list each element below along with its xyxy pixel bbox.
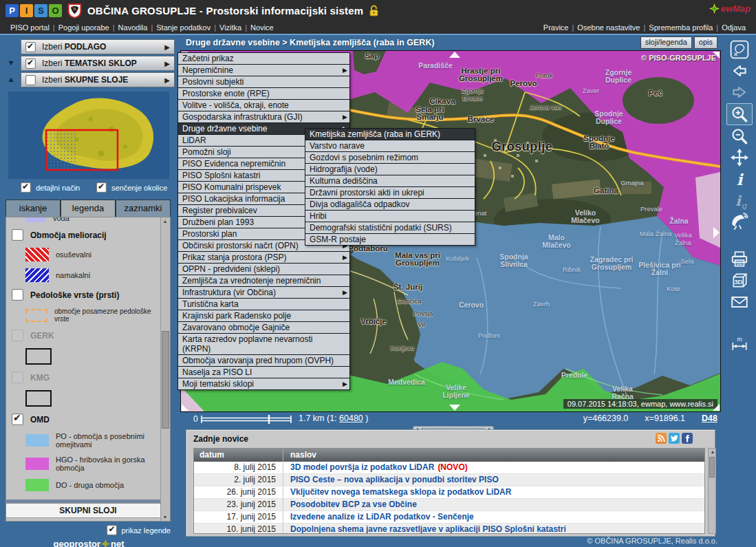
submenu-item-kmetijska-zemlji-a-raba-in-gerk[interactable]: Kmetijska zemljišča (raba in GERK) [305,129,475,140]
news-link[interactable]: Izvedene analize iz LiDAR podatkov - Sen… [283,511,704,523]
tab-legenda[interactable]: legenda [61,200,116,218]
legend-scroll-thumb[interactable] [162,331,169,429]
overview-map[interactable] [8,92,169,179]
accordion-checkbox[interactable] [25,58,36,69]
accordion-button-tematski-sklop[interactable]: Izberi TEMATSKI SKLOP▶ [21,56,175,71]
nav-link-piso-portal[interactable]: PISO portal [10,23,50,32]
accordion-button-podlago[interactable]: Izberi PODLAGO▶ [21,39,175,54]
collapse-arrow-icon[interactable]: ▲ [4,75,18,83]
menu-item-krajinski-park-radensko-polje[interactable]: Krajinski park Radensko polje [177,310,350,322]
layers-legend-button[interactable]: sloji/legenda [640,36,692,49]
submenu-item-hidrografija-vode[interactable]: Hidrografija (vode) [305,164,475,175]
tool-pan-button[interactable] [727,147,752,168]
pan-northeast-arrow[interactable] [713,52,720,58]
news-row[interactable]: 17. junij 2015Izvedene analize iz LiDAR … [194,511,704,524]
menu-item-prikaz-stanja-prostora-psp[interactable]: Prikaz stanja prostora (PSP)▶ [177,252,350,264]
tool-print-button[interactable] [727,249,752,270]
pan-south-arrow[interactable] [449,405,460,411]
nav-link-pogoji-uporabe[interactable]: Pogoji uporabe [58,23,109,32]
menu-item-za-etni-prikaz[interactable]: Začetni prikaz [177,53,350,65]
news-row[interactable]: 2. julij 2015PISO Ceste – nova aplikacij… [194,474,704,486]
scroll-up-icon[interactable]: ▲ [161,219,169,224]
news-scroll-thumb[interactable] [709,457,715,478]
pan-north-arrow[interactable] [449,52,460,58]
submenu-item-gsm-r-postaje[interactable]: GSM-R postaje [305,234,475,246]
news-row[interactable]: 8. julij 20153D model površja iz podatko… [194,462,704,474]
description-button[interactable]: opis [694,36,717,49]
menu-item-zemlji-a-za-vrednotenje-nepremi-nin[interactable]: Zemljišča za vrednotenje nepremičnin [177,275,350,287]
accordion-checkbox[interactable] [25,42,36,52]
menu-item-gospodarska-infrastruktura-gji[interactable]: Gospodarska infrastruktura (GJI)▶ [177,111,350,123]
tool-info-group-button[interactable]: ig [727,190,752,211]
submenu-item-dr-avni-prostorski-akti-in-ukrepi[interactable]: Državni prostorski akti in ukrepi [305,187,475,199]
collapse-arrow-icon[interactable]: ▼ [4,58,18,67]
tool-zoom-out-button[interactable] [727,126,752,147]
accordion-checkbox[interactable] [25,75,36,85]
option-checkbox[interactable] [21,182,31,193]
nav-link-stanje-podatkov[interactable]: Stanje podatkov [156,23,210,32]
submenu-item-varstvo-narave[interactable]: Varstvo narave [305,140,475,152]
pan-southeast-arrow[interactable] [713,404,720,411]
news-link[interactable]: Dopolnjena shema javne razsvetljave v ap… [283,524,704,534]
nav-link-sprememba-profila[interactable]: Sprememba profila [649,23,713,32]
nav-link-navodila[interactable]: Navodila [118,23,148,32]
legend-scrollbar[interactable]: ▲▼ [160,217,170,521]
nav-link-vizitka[interactable]: Vizitka [219,23,241,32]
news-row[interactable]: 10. junij 2015Dopolnjena shema javne raz… [194,524,704,534]
news-link[interactable]: Vključitev novega tematskega sklopa iz p… [283,486,704,498]
nav-link-pravice[interactable]: Pravice [543,23,569,32]
menu-item-moji-tematski-sklopi[interactable]: Moji tematski sklopi▶ [177,378,350,390]
nav-link-odjava[interactable]: Odjava [722,23,746,32]
news-link[interactable]: 3D model površja iz podatkov LiDAR(NOVO) [283,462,704,473]
option-checkbox[interactable] [96,182,107,193]
datum-link[interactable]: D48 [702,414,717,423]
menu-item-volitve-voli-a-okraji-enote[interactable]: Volitve - volišča, okraji, enote [177,100,350,111]
menu-item-infrastruktura-vir-ob-ina[interactable]: Infrastruktura (vir Občina)▶ [177,287,350,299]
submenu-item-demografski-statisti-ni-podatki-surs[interactable]: Demografski statistični podatki (SURS) [305,222,475,234]
tool-gps-button[interactable] [727,211,752,232]
layer-checkbox[interactable] [12,289,23,301]
menu-item-turisti-na-karta[interactable]: Turistična karta [177,299,350,310]
tool-forward-button[interactable] [727,82,752,103]
menu-item-prostorske-enote-rpe[interactable]: Prostorske enote (RPE) [177,88,350,100]
menu-item-zavarovano-obmo-je-gajni-e[interactable]: Zavarovano območje Gajniče [177,322,350,334]
tool-view-3d-button[interactable]: 3D [727,270,752,291]
news-link[interactable]: Posodobitev BCP za vse Občine [283,499,704,511]
twitter-icon[interactable] [669,433,680,444]
menu-item-obmo-ja-varovanja-pred-hrupom-ovph[interactable]: Območja varovanja pred hrupom (OVPH) [177,355,350,367]
menu-item-poslovni-subjekti[interactable]: Poslovni subjekti [177,76,350,88]
menu-item-naselja-za-piso-li[interactable]: Naselja za PISO LI [177,367,350,378]
scale-ratio-link[interactable]: 60480 [339,414,363,423]
submenu-item-divja-odlagali-a-odpadkov[interactable]: Divja odlagališča odpadkov [305,199,475,211]
rss-icon[interactable] [656,433,667,444]
pan-southwest-arrow[interactable] [182,404,188,411]
news-scrollbar[interactable]: ▲ [708,448,716,534]
tool-full-extent-button[interactable] [727,39,752,60]
news-link[interactable]: PISO Ceste – nova aplikacija v ponudbi s… [283,474,704,486]
news-row[interactable]: 23. junij 2015Posodobitev BCP za vse Obč… [194,499,704,511]
tool-mail-button[interactable] [727,292,752,312]
scroll-down-icon[interactable]: ▼ [161,515,169,519]
nav-link-osebne-nastavitve[interactable]: Osebne nastavitve [577,23,640,32]
facebook-icon[interactable] [682,433,693,444]
tool-zoom-in-button[interactable] [726,103,753,125]
tool-info-button[interactable]: i [727,169,752,189]
menu-item-karta-razredov-poplavne-nevarnosti-krpn[interactable]: Karta razredov poplavne nevarnosti (KRPN… [177,334,350,355]
submenu-item-kulturna-dedi-ina[interactable]: Kulturna dediščina [305,175,475,187]
tool-measure-button[interactable]: m [727,334,752,354]
accordion-button-skupne-sloje[interactable]: Izber‌i SKUPNE SLOJE▶ [21,72,175,87]
tab-iskanje[interactable]: iskanje [6,200,61,217]
submenu-item-gozdovi-s-posebnim-re-imom[interactable]: Gozdovi s posebnim režimom [305,152,475,164]
nav-link-novice[interactable]: Novice [250,23,274,32]
menu-item-nepremi-nine[interactable]: Nepremičnine▶ [177,65,350,76]
layer-checkbox[interactable] [12,229,23,241]
layer-checkbox[interactable] [12,414,23,425]
menu-item-oppn-predvideni-sklepi[interactable]: OPPN - predvideni (sklepi) [177,264,350,275]
tool-back-button[interactable] [727,61,752,81]
scroll-up-icon[interactable]: ▲ [709,449,717,454]
submenu-item-hribi[interactable]: Hribi [305,211,475,222]
show-legend-checkbox[interactable] [107,525,117,535]
pan-east-arrow[interactable] [713,227,720,238]
news-row[interactable]: 26. junij 2015Vključitev novega tematske… [194,486,704,499]
tab-zaznamki[interactable]: zaznamki [116,200,171,217]
